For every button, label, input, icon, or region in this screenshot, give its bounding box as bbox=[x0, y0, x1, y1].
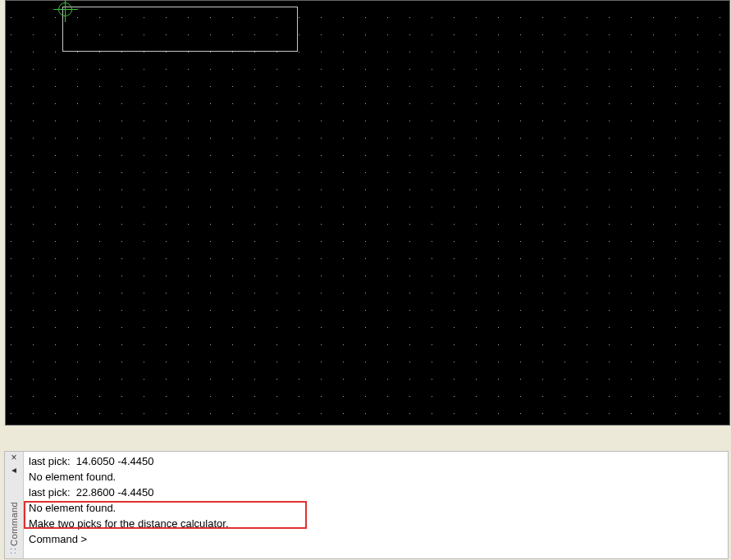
selection-rectangle bbox=[62, 7, 298, 52]
command-input[interactable] bbox=[87, 531, 723, 547]
panel-title-vertical: Command bbox=[9, 483, 19, 546]
command-prompt-label: Command > bbox=[29, 531, 87, 547]
log-line: No element found. bbox=[29, 500, 723, 516]
grid-dots bbox=[6, 1, 729, 425]
collapse-icon[interactable]: ◂ bbox=[5, 464, 23, 476]
log-line: last pick: 22.8600 -4.4450 bbox=[29, 485, 723, 500]
log-line: Make two picks for the distance calculat… bbox=[29, 516, 723, 531]
log-line: last pick: 14.6050 -4.4450 bbox=[29, 453, 723, 469]
command-log: last pick: 14.6050 -4.4450 No element fo… bbox=[24, 452, 728, 558]
command-panel-side-strip: × ◂ Command :: bbox=[5, 452, 24, 558]
command-panel: × ◂ Command :: last pick: 14.6050 -4.445… bbox=[4, 451, 729, 559]
log-line: No element found. bbox=[29, 469, 723, 485]
drawing-canvas[interactable] bbox=[5, 0, 730, 426]
panel-grip-icon[interactable]: :: bbox=[5, 546, 23, 558]
close-icon[interactable]: × bbox=[5, 452, 23, 464]
